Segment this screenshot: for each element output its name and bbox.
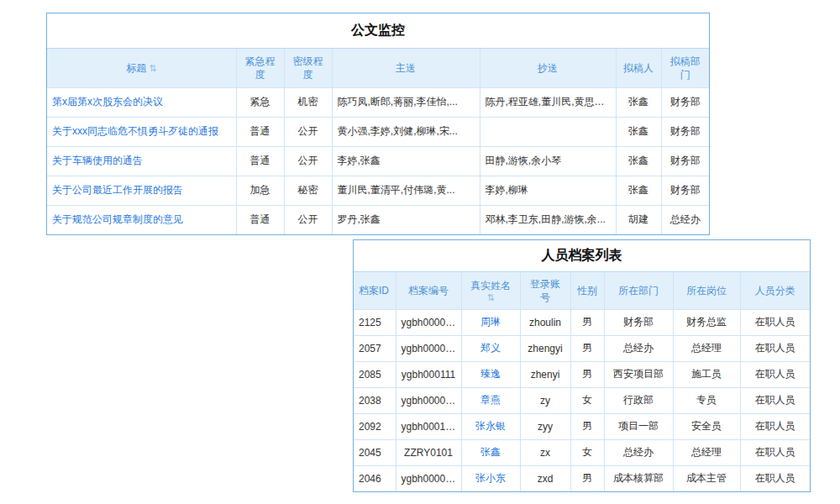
doc-title-link[interactable]: 关于xxx同志临危不惧勇斗歹徒的通报 [47, 117, 236, 146]
doc-cell-urgency: 普通 [236, 146, 284, 176]
personnel-cell-code: ygbh000070 [396, 309, 461, 335]
doc-row: 关于车辆使用的通告 普通 公开 李婷,张鑫 田静,游恢,余小琴 张鑫 财务部 [47, 146, 709, 176]
doc-title-link[interactable]: 关于公司最近工作开展的报告 [47, 176, 236, 205]
doc-cell-cc: 陈丹,程亚雄,董川民,黄思璐... [480, 87, 616, 117]
doc-col-secrecy: 密级程度 [284, 49, 332, 87]
personnel-col-category: 人员分类 [740, 272, 810, 309]
personnel-cell-category: 在职人员 [740, 387, 810, 413]
doc-cell-urgency: 紧急 [236, 87, 284, 117]
personnel-cell-dept: 项目一部 [604, 413, 673, 439]
personnel-cell-account: zhoulin [520, 309, 570, 335]
doc-cell-drafter: 胡建 [616, 205, 661, 234]
doc-col-title[interactable]: 标题⇅ [47, 49, 236, 87]
doc-cell-secrecy: 公开 [284, 117, 332, 146]
doc-cell-cc: 田静,游恢,余小琴 [480, 146, 616, 176]
doc-col-main-send: 主送 [332, 49, 480, 87]
doc-cell-main-send: 罗丹,张鑫 [332, 205, 480, 234]
doc-table: 标题⇅ 紧急程度 密级程度 主送 抄送 拟稿人 拟稿部门 第x届第x次股东会的决… [47, 49, 709, 234]
doc-cell-secrecy: 秘密 [284, 176, 332, 205]
doc-col-drafter: 拟稿人 [616, 49, 661, 87]
personnel-col-id: 档案ID [354, 272, 396, 309]
doc-cell-drafter: 张鑫 [616, 87, 661, 117]
doc-cell-cc: 李婷,柳琳 [480, 176, 616, 205]
personnel-cell-dept: 成本核算部 [604, 465, 673, 491]
personnel-cell-post: 施工员 [673, 361, 740, 387]
doc-col-urgency: 紧急程度 [236, 49, 284, 87]
personnel-name-link[interactable]: 张鑫 [461, 439, 520, 465]
personnel-cell-category: 在职人员 [740, 335, 810, 361]
personnel-cell-gender: 男 [570, 361, 604, 387]
personnel-cell-post: 成本主管 [673, 465, 740, 491]
personnel-cell-dept: 总经办 [604, 439, 673, 465]
doc-cell-dept: 财务部 [661, 87, 709, 117]
doc-title-link[interactable]: 第x届第x次股东会的决议 [47, 87, 236, 117]
personnel-cell-category: 在职人员 [740, 361, 810, 387]
doc-cell-dept: 财务部 [661, 117, 709, 146]
personnel-col-code: 档案编号 [396, 272, 461, 309]
personnel-cell-code: ygbh000111 [396, 361, 461, 387]
sort-icon: ⇅ [149, 63, 156, 73]
personnel-cell-id: 2125 [354, 309, 396, 335]
personnel-cell-account: zhengyi [520, 335, 570, 361]
doc-cell-cc [480, 117, 616, 146]
personnel-col-name[interactable]: 真实姓名 ⇅ [461, 272, 520, 309]
personnel-cell-code: ygbh000038 [396, 387, 461, 413]
personnel-cell-post: 安全员 [673, 413, 740, 439]
doc-header-row: 标题⇅ 紧急程度 密级程度 主送 抄送 拟稿人 拟稿部门 [47, 49, 709, 87]
doc-cell-secrecy: 公开 [284, 205, 332, 234]
personnel-col-gender: 性别 [570, 272, 604, 309]
doc-col-title-label: 标题 [126, 62, 146, 74]
personnel-cell-gender: 女 [570, 387, 604, 413]
doc-cell-drafter: 张鑫 [616, 176, 661, 205]
doc-cell-urgency: 普通 [236, 117, 284, 146]
personnel-table-head: 档案ID 档案编号 真实姓名 ⇅ 登录账号 性别 所在部门 所在岗位 人员分类 [354, 272, 810, 309]
personnel-cell-code: ygbh000050 [396, 465, 461, 491]
personnel-table-body: 2125 ygbh000070 周琳 zhoulin 男 财务部 财务总监 在职… [354, 309, 810, 491]
personnel-cell-dept: 财务部 [604, 309, 673, 335]
personnel-name-link[interactable]: 张永银 [461, 413, 520, 439]
personnel-cell-account: zyy [520, 413, 570, 439]
personnel-panel-title: 人员档案列表 [354, 240, 810, 272]
personnel-panel: 人员档案列表 档案ID 档案编号 真实姓名 ⇅ 登录账号 性别 所在部门 所在岗… [353, 239, 811, 492]
doc-panel-title: 公文监控 [47, 13, 709, 49]
personnel-cell-post: 财务总监 [673, 309, 740, 335]
doc-cell-dept: 总经办 [661, 205, 709, 234]
doc-cell-dept: 财务部 [661, 146, 709, 176]
personnel-cell-id: 2045 [354, 439, 396, 465]
personnel-cell-gender: 男 [570, 465, 604, 491]
personnel-cell-id: 2046 [354, 465, 396, 491]
doc-table-head: 标题⇅ 紧急程度 密级程度 主送 抄送 拟稿人 拟稿部门 [47, 49, 709, 87]
doc-cell-cc: 邓林,李卫东,田静,游恢,余... [480, 205, 616, 234]
personnel-col-dept: 所在部门 [604, 272, 673, 309]
doc-title-link[interactable]: 关于车辆使用的通告 [47, 146, 236, 176]
personnel-cell-category: 在职人员 [740, 413, 810, 439]
doc-table-body: 第x届第x次股东会的决议 紧急 机密 陈巧凤,断郎,蒋丽,李佳怡,... 陈丹,… [47, 87, 709, 234]
personnel-name-link[interactable]: 臻逸 [461, 361, 520, 387]
personnel-header-row: 档案ID 档案编号 真实姓名 ⇅ 登录账号 性别 所在部门 所在岗位 人员分类 [354, 272, 810, 309]
doc-cell-dept: 财务部 [661, 176, 709, 205]
doc-row: 关于公司最近工作开展的报告 加急 秘密 董川民,董清平,付伟璐,黄... 李婷,… [47, 176, 709, 205]
personnel-cell-category: 在职人员 [740, 309, 810, 335]
doc-cell-drafter: 张鑫 [616, 146, 661, 176]
personnel-row: 2085 ygbh000111 臻逸 zhenyi 男 西安项目部 施工员 在职… [354, 361, 810, 387]
personnel-name-link[interactable]: 张小东 [461, 465, 520, 491]
personnel-cell-id: 2092 [354, 413, 396, 439]
doc-cell-main-send: 董川民,董清平,付伟璐,黄... [332, 176, 480, 205]
personnel-row: 2125 ygbh000070 周琳 zhoulin 男 财务部 财务总监 在职… [354, 309, 810, 335]
personnel-row: 2046 ygbh000050 张小东 zxd 男 成本核算部 成本主管 在职人… [354, 465, 810, 491]
doc-col-dept: 拟稿部门 [661, 49, 709, 87]
personnel-cell-code: ygbh000104 [396, 413, 461, 439]
personnel-cell-category: 在职人员 [740, 465, 810, 491]
doc-title-link[interactable]: 关于规范公司规章制度的意见 [47, 205, 236, 234]
personnel-name-link[interactable]: 郑义 [461, 335, 520, 361]
personnel-cell-dept: 行政部 [604, 387, 673, 413]
personnel-row: 2057 ygbh000068 郑义 zhengyi 男 总经办 总经理 在职人… [354, 335, 810, 361]
personnel-cell-id: 2057 [354, 335, 396, 361]
personnel-name-link[interactable]: 章燕 [461, 387, 520, 413]
personnel-cell-id: 2038 [354, 387, 396, 413]
personnel-name-link[interactable]: 周琳 [461, 309, 520, 335]
personnel-col-account: 登录账号 [520, 272, 570, 309]
doc-cell-urgency: 普通 [236, 205, 284, 234]
doc-cell-drafter: 张鑫 [616, 117, 661, 146]
sort-icon: ⇅ [467, 292, 515, 302]
